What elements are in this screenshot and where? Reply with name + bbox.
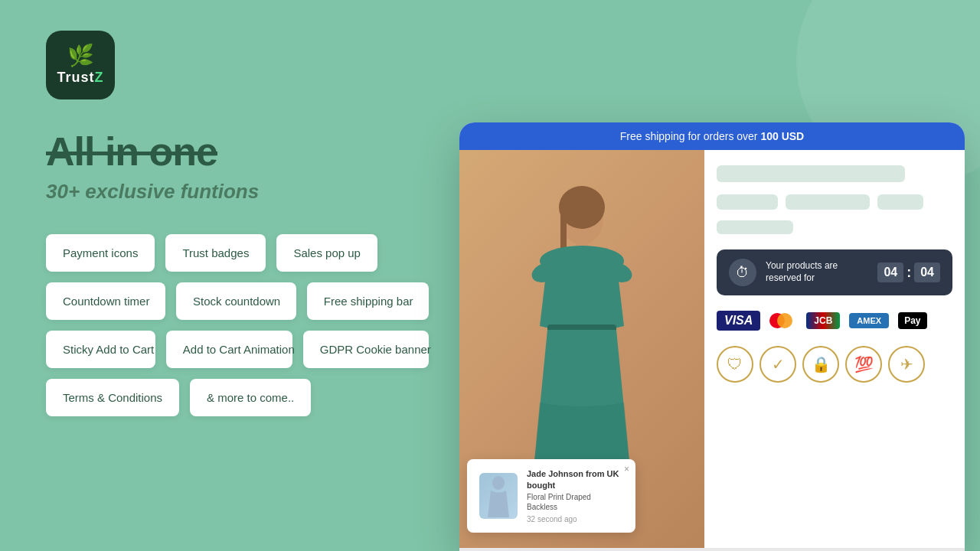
skeleton-sm-1	[717, 194, 778, 210]
popup-dress-icon	[483, 475, 514, 517]
right-panel: Free shipping for orders over 100 USD	[444, 0, 980, 551]
skeleton-row-1	[717, 194, 952, 210]
feature-btn-free-shipping[interactable]: Free shipping bar	[307, 282, 429, 320]
features-row-2: Countdown timer Stock countdown Free shi…	[46, 282, 429, 320]
feature-btn-sales-popup[interactable]: Sales pop up	[276, 234, 377, 272]
mockup-wrapper: Free shipping for orders over 100 USD	[459, 122, 965, 551]
popup-buyer-name: Jade Johnson from UK bought	[527, 468, 623, 491]
features-row-3: Sticky Add to Cart Add to Cart Animation…	[46, 331, 429, 368]
popup-thumbnail	[479, 473, 518, 519]
skeleton-sm-2	[786, 194, 870, 210]
payment-icons-row: VISA JCB AMEX Pay	[717, 311, 952, 331]
logo-container: 🌿 TrustZ	[46, 31, 429, 99]
feature-btn-cart-animation[interactable]: Add to Cart Animation	[166, 331, 292, 368]
feature-btn-countdown-timer[interactable]: Countdown timer	[46, 282, 165, 320]
svg-rect-2	[560, 207, 567, 253]
skeleton-title	[717, 165, 905, 182]
features-row-1: Payment icons Trust badges Sales pop up	[46, 234, 429, 272]
trust-badge-5: ✈	[888, 346, 925, 383]
popup-product-name: Floral Print Draped Backless	[527, 492, 623, 512]
left-panel: 🌿 TrustZ All in one 30+ exclusive funtio…	[0, 0, 475, 551]
shipping-bar: Free shipping for orders over 100 USD	[459, 122, 965, 150]
popup-close-button[interactable]: ×	[624, 464, 629, 474]
visa-payment-icon: VISA	[717, 311, 760, 331]
feature-btn-payment-icons[interactable]: Payment icons	[46, 234, 155, 272]
feature-btn-terms[interactable]: Terms & Conditions	[46, 379, 179, 416]
trust-badge-4: 💯	[845, 346, 882, 383]
product-image-container: Jade Johnson from UK bought Floral Print…	[459, 150, 704, 548]
product-area: Jade Johnson from UK bought Floral Print…	[459, 150, 965, 548]
feature-btn-more[interactable]: & more to come..	[190, 379, 311, 416]
shipping-bar-text: Free shipping for orders over	[620, 130, 761, 142]
hero-subheadline: 30+ exclusive funtions	[46, 180, 429, 204]
countdown-seconds: 04	[914, 262, 940, 282]
shipping-bar-amount: 100 USD	[760, 130, 804, 142]
timer-icon: ⏱	[729, 259, 756, 286]
logo-box: 🌿 TrustZ	[46, 31, 115, 99]
mastercard-payment-icon	[769, 311, 797, 330]
skeleton-sm-3	[877, 194, 923, 210]
logo-text: TrustZ	[57, 70, 103, 86]
trust-badge-1: 🛡	[717, 346, 753, 383]
feature-btn-trust-badges[interactable]: Trust badges	[165, 234, 266, 272]
reservation-bar: ⏱ Your products are reserved for 04 : 04	[717, 249, 952, 295]
skeleton-rect	[717, 220, 793, 234]
countdown-minutes: 04	[877, 262, 903, 282]
features-grid: Payment icons Trust badges Sales pop up …	[46, 234, 429, 416]
applepay-payment-icon: Pay	[898, 312, 926, 329]
popup-content: Jade Johnson from UK bought Floral Print…	[527, 468, 623, 523]
product-details-panel: ⏱ Your products are reserved for 04 : 04…	[704, 150, 965, 548]
amex-payment-icon: AMEX	[849, 313, 889, 328]
mc-orange-circle	[777, 313, 792, 328]
popup-notification: Jade Johnson from UK bought Floral Print…	[467, 459, 635, 533]
reservation-text: Your products are reserved for	[766, 260, 868, 284]
trustz-icon: 🌿	[67, 45, 94, 67]
trust-badge-3: 🔒	[802, 346, 839, 383]
hero-headline: All in one	[46, 130, 429, 174]
jcb-payment-icon: JCB	[806, 312, 840, 329]
popup-time: 32 second ago	[527, 515, 623, 523]
trust-badges-row: 🛡 ✓ 🔒 💯 ✈	[717, 346, 952, 383]
countdown-separator: :	[906, 265, 911, 281]
svg-point-8	[492, 476, 505, 490]
countdown-digits: 04 : 04	[877, 262, 940, 282]
features-row-4: Terms & Conditions & more to come..	[46, 379, 429, 416]
feature-btn-gdpr[interactable]: GDPR Cookie banner	[303, 331, 429, 368]
feature-btn-stock-countdown[interactable]: Stock countdown	[176, 282, 296, 320]
trust-badge-2: ✓	[760, 346, 796, 383]
feature-btn-sticky-cart[interactable]: Sticky Add to Cart	[46, 331, 155, 368]
